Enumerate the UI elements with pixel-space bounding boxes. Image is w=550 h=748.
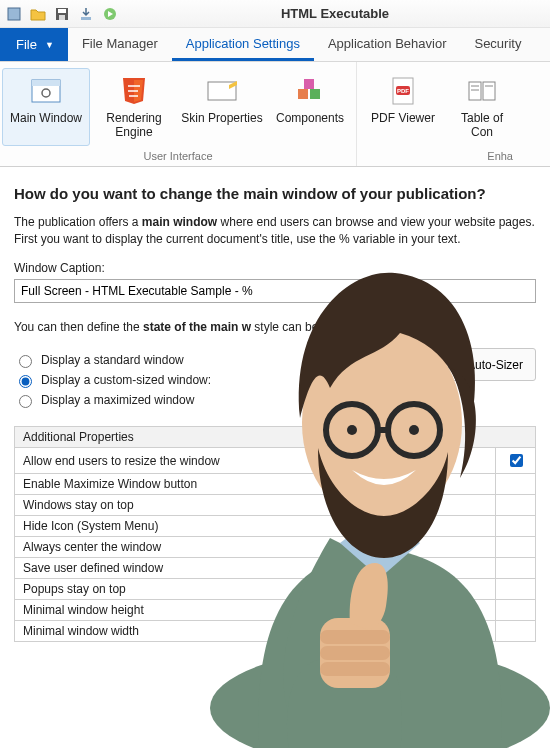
table-row: Save user defined window [15, 558, 536, 579]
prop-label: Always center the window [15, 537, 496, 558]
table-row: Popups stay on top [15, 579, 536, 600]
table-row: Enable Maximize Window button [15, 474, 536, 495]
tab-application-behavior[interactable]: Application Behavior [314, 28, 461, 61]
svg-rect-3 [59, 15, 65, 20]
svg-rect-34 [320, 662, 390, 676]
svg-rect-12 [310, 89, 320, 99]
auto-sizer-button[interactable]: Auto-Sizer [432, 348, 536, 381]
prop-label: Windows stay on top [15, 495, 496, 516]
ribbon-label: Main Window [10, 111, 82, 125]
ribbon-label: Components [276, 111, 344, 125]
svg-text:HTML: HTML [126, 76, 143, 77]
download-icon[interactable] [78, 6, 94, 22]
radio-standard-window[interactable]: Display a standard window [14, 352, 211, 368]
tab-file-manager[interactable]: File Manager [68, 28, 172, 61]
ribbon-group-enhance: PDF PDF Viewer Table of Con Enha [357, 62, 519, 166]
table-row: Minimal window height [15, 600, 536, 621]
props-header: Additional Properties [15, 427, 536, 448]
ribbon-label: Rendering Engine [93, 111, 175, 139]
table-row: Always center the window [15, 537, 536, 558]
open-icon[interactable] [30, 6, 46, 22]
additional-properties-table: Additional Properties Allow end users to… [14, 426, 536, 642]
auto-sizer-label: Auto-Sizer [467, 358, 523, 372]
auto-sizer-icon [445, 355, 461, 374]
ribbon-rendering-engine[interactable]: HTML Rendering Engine [90, 68, 178, 146]
html5-icon: HTML [118, 75, 150, 107]
content-area: How do you want to change the main windo… [0, 167, 550, 642]
caption-label: Window Caption: [14, 261, 536, 275]
prop-checkbox[interactable] [510, 454, 523, 467]
svg-rect-33 [320, 646, 390, 660]
file-menu-button[interactable]: File ▼ [0, 28, 68, 61]
tab-strip: File ▼ File Manager Application Settings… [0, 28, 550, 62]
file-label: File [16, 37, 37, 52]
tab-security[interactable]: Security [460, 28, 535, 61]
ribbon-pdf-viewer[interactable]: PDF PDF Viewer [359, 68, 447, 146]
skin-icon [206, 75, 238, 107]
table-row: Windows stay on top [15, 495, 536, 516]
ribbon: Main Window HTML Rendering Engine Skin P… [0, 62, 550, 167]
components-icon [294, 75, 326, 107]
app-title: HTML Executable [126, 6, 544, 21]
table-row: Minimal window width [15, 621, 536, 642]
ribbon-group-ui: Main Window HTML Rendering Engine Skin P… [0, 62, 357, 166]
chevron-down-icon: ▼ [45, 40, 54, 50]
svg-rect-2 [58, 9, 66, 13]
ribbon-group-label: Enha [357, 148, 519, 166]
ribbon-label: Skin Properties [181, 111, 262, 125]
svg-rect-7 [32, 80, 60, 86]
toc-icon [466, 75, 498, 107]
ribbon-skin-properties[interactable]: Skin Properties [178, 68, 266, 146]
svg-rect-0 [8, 8, 20, 20]
state-text: You can then define the state of the mai… [14, 319, 536, 336]
ribbon-group-label: User Interface [0, 148, 356, 166]
radio-custom-window[interactable]: Display a custom-sized window: [14, 372, 211, 388]
pdf-icon: PDF [387, 75, 419, 107]
ribbon-main-window[interactable]: Main Window [2, 68, 90, 146]
radio-maximized-window[interactable]: Display a maximized window [14, 392, 211, 408]
ribbon-label: Table of Con [450, 111, 514, 139]
intro-text: The publication offers a main window whe… [14, 214, 536, 249]
prop-label: Hide Icon (System Menu) [15, 516, 496, 537]
window-caption-input[interactable] [14, 279, 536, 303]
svg-rect-11 [298, 89, 308, 99]
ribbon-table-of-contents[interactable]: Table of Con [447, 68, 517, 146]
quick-access-toolbar: HTML Executable [0, 0, 550, 28]
prop-label: Minimal window height [15, 600, 496, 621]
run-icon[interactable] [102, 6, 118, 22]
window-icon [30, 75, 62, 107]
prop-label: Allow end users to resize the window [15, 448, 496, 474]
prop-label: Popups stay on top [15, 579, 496, 600]
svg-text:PDF: PDF [397, 88, 409, 94]
table-row: Allow end users to resize the window [15, 448, 536, 474]
page-title: How do you want to change the main windo… [14, 185, 536, 202]
ribbon-label: PDF Viewer [371, 111, 435, 125]
prop-label: Minimal window width [15, 621, 496, 642]
svg-rect-13 [304, 79, 314, 89]
svg-rect-17 [469, 82, 481, 100]
window-state-radios: Display a standard window Display a cust… [14, 348, 211, 412]
new-icon[interactable] [6, 6, 22, 22]
prop-label: Save user defined window [15, 558, 496, 579]
svg-point-23 [210, 648, 550, 748]
save-icon[interactable] [54, 6, 70, 22]
table-row: Hide Icon (System Menu) [15, 516, 536, 537]
tab-application-settings[interactable]: Application Settings [172, 28, 314, 61]
svg-rect-4 [81, 17, 91, 20]
prop-label: Enable Maximize Window button [15, 474, 496, 495]
svg-rect-18 [483, 82, 495, 100]
ribbon-components[interactable]: Components [266, 68, 354, 146]
